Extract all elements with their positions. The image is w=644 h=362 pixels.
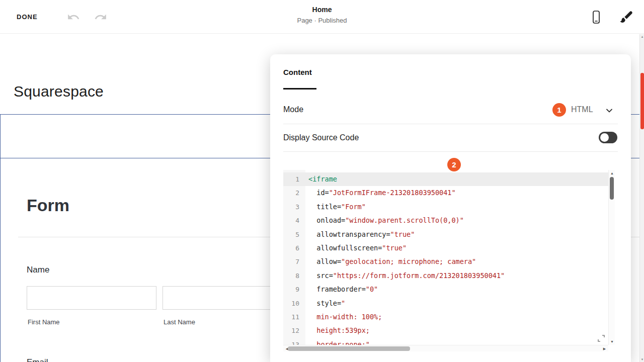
line-number: 1 <box>283 172 305 186</box>
site-styles-button[interactable] <box>619 10 634 25</box>
redo-icon <box>94 11 107 24</box>
display-source-code-label: Display Source Code <box>283 133 359 142</box>
paintbrush-icon <box>619 10 634 25</box>
undo-icon <box>67 11 80 24</box>
code-editor-lines[interactable]: 1<iframe2 id="JotFormIFrame-213201803950… <box>283 170 608 345</box>
annotation-badge-1: 1 <box>552 103 566 117</box>
page-scrollbar-thumb[interactable] <box>640 73 644 129</box>
code-line-text: <iframe <box>305 172 337 186</box>
display-source-code-toggle[interactable] <box>599 132 617 143</box>
code-line-text: style=" <box>305 297 345 310</box>
first-name-caption: First Name <box>28 318 60 326</box>
code-line[interactable]: 2 id="JotFormIFrame-213201803950041" <box>283 186 608 200</box>
last-name-caption: Last Name <box>164 318 195 326</box>
scroll-up-arrow-icon[interactable]: ▲ <box>609 171 615 175</box>
line-number: 8 <box>283 269 305 283</box>
code-line[interactable]: 6 allowfullscreen="true" <box>283 241 608 255</box>
tab-active-underline <box>283 88 316 89</box>
line-number: 10 <box>283 297 305 310</box>
undo-button[interactable] <box>67 11 80 24</box>
annotation-badge-2: 2 <box>447 158 461 171</box>
fullscreen-expand-button[interactable] <box>596 333 606 343</box>
line-number: 3 <box>283 200 305 214</box>
code-line-text: border:none;" <box>305 338 370 345</box>
toggle-knob <box>600 133 609 142</box>
code-line[interactable]: 1<iframe <box>283 172 608 186</box>
code-line[interactable]: 13 border:none;" <box>283 338 608 345</box>
site-title[interactable]: Squarespace <box>14 83 104 100</box>
done-button[interactable]: DONE <box>14 13 41 21</box>
code-line-text: height:539px; <box>305 324 370 337</box>
code-block-settings-panel: Content Mode 1 HTML Display Source Code … <box>270 54 631 362</box>
line-number: 9 <box>283 283 305 296</box>
line-number: 11 <box>283 310 305 324</box>
page-status: Page · Published <box>297 17 347 24</box>
line-number: 13 <box>283 338 305 345</box>
squarespace-editor: DONE Home Page · Published <box>0 0 644 362</box>
tab-content[interactable]: Content <box>283 68 312 76</box>
code-line-text: src="https://form.jotform.com/2132018039… <box>305 269 505 283</box>
chevron-down-icon[interactable] <box>605 107 613 115</box>
code-line[interactable]: 7 allow="geolocation; microphone; camera… <box>283 255 608 268</box>
horizontal-scrollbar-thumb[interactable] <box>288 346 410 351</box>
name-field-label: Name <box>27 265 49 275</box>
code-line-text: allow="geolocation; microphone; camera" <box>305 255 476 268</box>
redo-button[interactable] <box>94 11 107 24</box>
code-line[interactable]: 8 src="https://form.jotform.com/21320180… <box>283 269 608 283</box>
code-line-text: allowtransparency="true" <box>305 228 415 241</box>
mode-label: Mode <box>283 105 303 114</box>
line-number: 12 <box>283 324 305 337</box>
line-number: 6 <box>283 241 305 255</box>
page-scrollbar[interactable]: ▲ ▼ <box>639 34 644 362</box>
form-block-heading: Form <box>27 196 69 215</box>
page-scroll-up-icon[interactable]: ▲ <box>640 35 644 38</box>
code-line-text: id="JotFormIFrame-213201803950041" <box>305 186 456 200</box>
mode-dropdown[interactable]: HTML <box>571 105 593 114</box>
code-line[interactable]: 10 style=" <box>283 297 608 310</box>
code-line[interactable]: 11 min-width: 100%; <box>283 310 608 324</box>
expand-icon <box>596 333 606 343</box>
code-line-text: min-width: 100%; <box>305 310 382 324</box>
code-line[interactable]: 12 height:539px; <box>283 324 608 337</box>
code-line[interactable]: 5 allowtransparency="true" <box>283 228 608 241</box>
scroll-down-arrow-icon[interactable]: ▼ <box>609 340 615 343</box>
panel-divider <box>283 124 618 124</box>
code-line-text: onload="window.parent.scrollTo(0,0)" <box>305 214 464 227</box>
code-line[interactable]: 3 title="Form" <box>283 200 608 214</box>
html-code-editor[interactable]: 1<iframe2 id="JotFormIFrame-213201803950… <box>283 170 615 351</box>
email-field-label: Email <box>27 357 48 362</box>
panel-divider <box>283 151 618 152</box>
line-number: 4 <box>283 214 305 227</box>
line-number: 2 <box>283 186 305 200</box>
code-vertical-scrollbar[interactable]: ▲ ▼ <box>608 170 615 345</box>
scroll-right-arrow-icon[interactable]: ▶ <box>601 347 608 350</box>
device-preview-button[interactable] <box>590 10 603 25</box>
top-bar: DONE Home Page · Published <box>0 0 644 34</box>
code-line-text: frameborder="0" <box>305 283 378 296</box>
line-number: 7 <box>283 255 305 268</box>
vertical-scrollbar-thumb[interactable] <box>610 177 614 200</box>
page-title-block: Home Page · Published <box>297 6 347 24</box>
page-title: Home <box>297 6 347 14</box>
code-line[interactable]: 9 frameborder="0" <box>283 283 608 296</box>
mobile-phone-icon <box>590 10 603 25</box>
code-line[interactable]: 4 onload="window.parent.scrollTo(0,0)" <box>283 214 608 227</box>
first-name-input[interactable] <box>27 286 156 310</box>
line-number: 5 <box>283 228 305 241</box>
section-outline-left <box>0 114 1 362</box>
code-horizontal-scrollbar[interactable]: ◀ ▶ <box>283 345 608 351</box>
page-scroll-down-icon[interactable]: ▼ <box>640 358 644 361</box>
code-line-text: title="Form" <box>305 200 366 214</box>
code-line-text: allowfullscreen="true" <box>305 241 407 255</box>
